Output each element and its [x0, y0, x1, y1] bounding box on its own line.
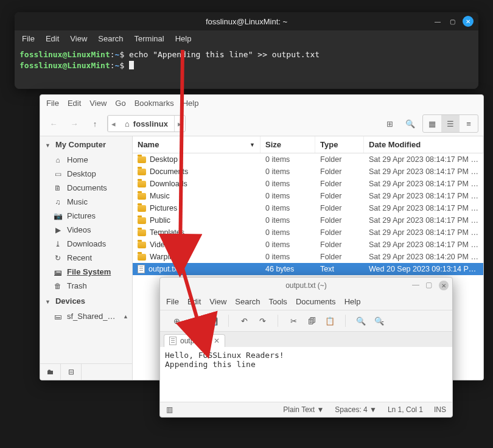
ed-menu-file[interactable]: File [166, 297, 179, 306]
sidebar-item-home[interactable]: ⌂Home [40, 153, 132, 167]
editor-titlebar[interactable]: output.txt (~) — ▢ ✕ [160, 278, 452, 293]
folder-icon [138, 169, 146, 175]
ed-menu-help[interactable]: Help [344, 297, 361, 306]
fm-menu-go[interactable]: Go [115, 99, 125, 108]
ed-menu-view[interactable]: View [209, 297, 226, 306]
home-icon: ⌂ [125, 119, 130, 128]
sidebar-icon: ⤓ [54, 240, 62, 248]
editor-minimize-button[interactable]: — [412, 281, 421, 289]
sidebar-toggle-icon[interactable]: ▥ [166, 405, 173, 414]
fm-list-header: Name▼ Size Type Date Modified [133, 136, 483, 153]
sidebar-item-pictures[interactable]: 📷Pictures [40, 209, 132, 223]
file-row[interactable]: Public0 itemsFolderSat 29 Apr 2023 08:14… [133, 214, 483, 226]
folder-icon [138, 205, 146, 212]
ed-menu-edit[interactable]: Edit [187, 297, 201, 306]
file-row[interactable]: Pictures0 itemsFolderSat 29 Apr 2023 08:… [133, 202, 483, 214]
fm-menu-view[interactable]: View [89, 99, 107, 108]
file-row[interactable]: Music0 itemsFolderSat 29 Apr 2023 08:14:… [133, 190, 483, 202]
fm-menu-file[interactable]: File [46, 99, 59, 108]
ed-menu-search[interactable]: Search [235, 297, 260, 306]
path-next-icon[interactable]: ▸ [174, 116, 185, 131]
menu-view[interactable]: View [70, 34, 87, 43]
sidebar-item-device[interactable]: 🖴 sf_Shared_… ▲ [40, 309, 132, 323]
menu-help[interactable]: Help [175, 34, 192, 43]
sidebar-icon: 🗎 [54, 184, 62, 192]
file-row[interactable]: output.txt46 bytesTextWed 20 Sep 2023 09… [133, 263, 483, 275]
col-type[interactable]: Type [315, 136, 364, 153]
minimize-button[interactable]: — [433, 17, 442, 26]
sidebar-item-trash[interactable]: 🗑Trash [40, 279, 132, 293]
col-size[interactable]: Size [260, 136, 315, 153]
folder-icon [138, 217, 146, 224]
up-button[interactable]: ↑ [86, 115, 103, 132]
fm-menu-edit[interactable]: Edit [68, 99, 81, 108]
editor-menubar: File Edit View Search Tools Documents He… [160, 293, 452, 310]
file-row[interactable]: Videos0 itemsFolderSat 29 Apr 2023 08:14… [133, 239, 483, 251]
replace-button[interactable]: 🔍̵ [371, 313, 387, 328]
fm-toolbar: ← → ↑ ◂ ⌂fosslinux ▸ ⊞ 🔍 ▦ ☰ ≡ [40, 111, 483, 136]
icon-view-button[interactable]: ▦ [423, 115, 441, 132]
path-bar[interactable]: ◂ ⌂fosslinux ▸ [107, 115, 186, 132]
sidebar-item-desktop[interactable]: ▭Desktop [40, 167, 132, 181]
sidebar-header-devices[interactable]: Devices [40, 293, 132, 309]
editor-content[interactable]: Hello, FOSSLinux Readers! Appending this… [160, 347, 452, 402]
file-row[interactable]: Desktop0 itemsFolderSat 29 Apr 2023 08:1… [133, 153, 483, 166]
new-file-button[interactable]: ⊕ [169, 313, 184, 328]
compact-view-button[interactable]: ≡ [460, 115, 478, 132]
close-button[interactable]: ✕ [463, 16, 474, 27]
sidebar-item-music[interactable]: ♫Music [40, 195, 132, 209]
undo-button[interactable]: ↶ [236, 313, 252, 328]
editor-title: output.txt (~) [285, 281, 327, 290]
new-pane-button[interactable]: ⊞ [381, 115, 398, 132]
search-button[interactable]: 🔍 [402, 115, 419, 132]
menu-file[interactable]: File [22, 34, 35, 43]
sidebar-icon: ▶ [54, 226, 62, 234]
fm-menu-help[interactable]: Help [183, 99, 199, 108]
menu-edit[interactable]: Edit [46, 34, 59, 43]
show-places-button[interactable]: 🖿 [40, 364, 61, 380]
menu-search[interactable]: Search [98, 34, 123, 43]
terminal-titlebar[interactable]: fosslinux@LinuxMint: ~ — ▢ ✕ [15, 12, 478, 30]
cut-button[interactable]: ✂ [285, 313, 301, 328]
open-file-button[interactable]: 🗁 [187, 313, 203, 328]
terminal-command: echo "Appending this line" >> output.txt [129, 50, 320, 59]
forward-button[interactable]: → [66, 115, 83, 132]
ed-menu-documents[interactable]: Documents [296, 297, 336, 306]
maximize-button[interactable]: ▢ [448, 17, 456, 26]
sidebar-icon: ⌂ [54, 156, 62, 164]
sidebar-item-documents[interactable]: 🗎Documents [40, 181, 132, 195]
sidebar-item-videos[interactable]: ▶Videos [40, 223, 132, 237]
sidebar-header-computer[interactable]: My Computer [40, 136, 132, 153]
file-row[interactable]: Warpinator0 itemsFolderSat 29 Apr 2023 0… [133, 251, 483, 263]
tab-width-selector[interactable]: Spaces: 4 ▼ [335, 405, 377, 414]
menu-terminal[interactable]: Terminal [135, 34, 164, 43]
sidebar-icon: ▭ [54, 170, 62, 178]
sidebar-item-recent[interactable]: ↻Recent [40, 251, 132, 265]
editor-tab[interactable]: output.txt ✕ [164, 334, 225, 347]
terminal-body[interactable]: fosslinux@LinuxMint:~$ echo "Appending t… [15, 47, 478, 89]
path-prev-icon[interactable]: ◂ [108, 116, 119, 131]
sidebar-item-file-system[interactable]: 🖴File System [40, 265, 132, 279]
sidebar-item-downloads[interactable]: ⤓Downloads [40, 237, 132, 251]
file-row[interactable]: Templates0 itemsFolderSat 29 Apr 2023 08… [133, 226, 483, 239]
editor-maximize-button[interactable]: ▢ [425, 281, 434, 289]
col-name[interactable]: Name▼ [133, 136, 260, 153]
editor-close-button[interactable]: ✕ [439, 281, 449, 290]
search-icon[interactable]: 🔍 [353, 313, 369, 328]
list-view-button[interactable]: ☰ [441, 115, 460, 132]
show-tree-button[interactable]: ⊟ [61, 364, 82, 380]
col-date[interactable]: Date Modified [364, 136, 483, 153]
ed-menu-tools[interactable]: Tools [269, 297, 287, 306]
eject-icon[interactable]: ▲ [123, 313, 128, 320]
file-row[interactable]: Documents0 itemsFolderSat 29 Apr 2023 08… [133, 166, 483, 178]
tab-close-icon[interactable]: ✕ [214, 337, 220, 345]
copy-button[interactable]: 🗐 [304, 313, 320, 328]
file-row[interactable]: Downloads0 itemsFolderSat 29 Apr 2023 08… [133, 178, 483, 190]
redo-button[interactable]: ↷ [254, 313, 270, 328]
back-button[interactable]: ← [45, 115, 62, 132]
paste-button[interactable]: 📋 [322, 313, 338, 328]
save-file-button[interactable]: 💾 [205, 313, 221, 328]
fm-menu-bookmarks[interactable]: Bookmarks [135, 99, 174, 108]
text-file-icon [138, 265, 145, 273]
syntax-mode-selector[interactable]: Plain Text ▼ [283, 405, 324, 414]
